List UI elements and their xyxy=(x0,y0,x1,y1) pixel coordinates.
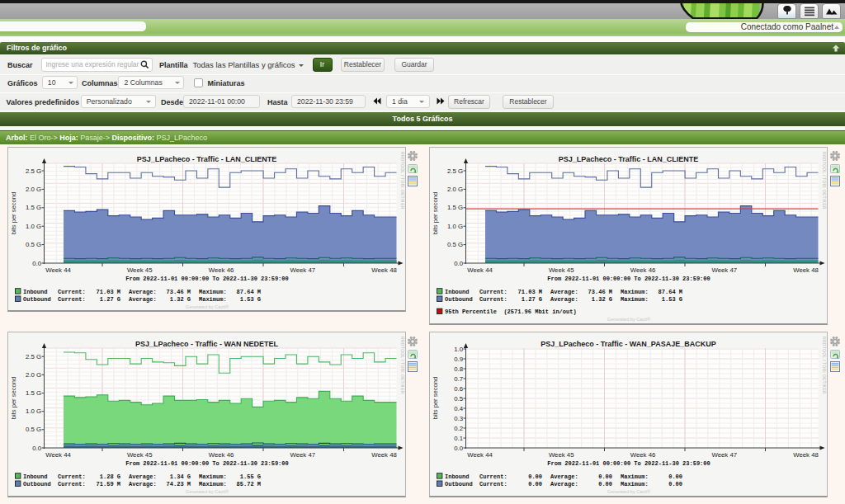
svg-text:0.00: 0.00 xyxy=(668,481,682,488)
svg-text:RRDTOOL / TOBI OETIKER: RRDTOOL / TOBI OETIKER xyxy=(400,337,405,394)
svg-text:Maximum:: Maximum: xyxy=(621,289,649,295)
svg-text:0.0: 0.0 xyxy=(454,260,464,267)
svg-text:Inbound: Inbound xyxy=(445,289,469,295)
svg-text:0.4: 0.4 xyxy=(454,405,464,412)
svg-text:0.5: 0.5 xyxy=(454,395,464,403)
svg-text:Current:: Current: xyxy=(58,481,86,488)
svg-text:0.0: 0.0 xyxy=(32,260,42,267)
svg-text:Average:: Average: xyxy=(129,473,157,480)
svg-text:87.64 M: 87.64 M xyxy=(659,289,682,295)
svg-text:1.27 G: 1.27 G xyxy=(522,296,542,303)
svg-text:bits per second: bits per second xyxy=(10,192,17,235)
svg-text:Maximum:: Maximum: xyxy=(199,289,227,295)
svg-text:0.3: 0.3 xyxy=(454,415,463,422)
svg-text:Week 46: Week 46 xyxy=(630,266,656,274)
svg-text:Average:: Average: xyxy=(550,289,578,295)
svg-text:0.8: 0.8 xyxy=(454,365,463,373)
svg-text:1.55 G: 1.55 G xyxy=(240,473,261,480)
svg-text:2.5 G: 2.5 G xyxy=(26,167,41,175)
svg-text:1.0 G: 1.0 G xyxy=(447,223,463,230)
svg-text:71.59 M: 71.59 M xyxy=(97,481,120,488)
svg-text:0.0: 0.0 xyxy=(32,445,42,452)
svg-text:95th Percentile (2571.96 Mbit: 95th Percentile (2571.96 Mbit in/out) xyxy=(445,309,577,315)
svg-text:Week 45: Week 45 xyxy=(127,451,153,459)
svg-text:Week 46: Week 46 xyxy=(630,451,656,459)
svg-text:RRDTOOL / TOBI OETIKER: RRDTOOL / TOBI OETIKER xyxy=(822,337,827,394)
svg-text:Week 47: Week 47 xyxy=(290,266,315,274)
svg-text:0.0: 0.0 xyxy=(454,445,464,452)
svg-text:Outbound: Outbound xyxy=(23,296,51,303)
svg-text:Week 48: Week 48 xyxy=(371,266,397,274)
svg-text:1.0 G: 1.0 G xyxy=(26,407,41,415)
svg-text:Maximum:: Maximum: xyxy=(199,481,227,488)
svg-text:Current:: Current: xyxy=(479,473,507,480)
svg-text:1.5 G: 1.5 G xyxy=(26,389,41,397)
svg-text:2.0 G: 2.0 G xyxy=(26,371,41,379)
svg-text:74.23 M: 74.23 M xyxy=(167,481,191,488)
svg-text:From 2022-11-01 00:00:00 To 20: From 2022-11-01 00:00:00 To 2022-11-30 2… xyxy=(547,460,710,467)
svg-text:Maximum:: Maximum: xyxy=(621,481,649,488)
svg-text:Average:: Average: xyxy=(129,481,157,488)
svg-text:Inbound: Inbound xyxy=(445,473,469,480)
svg-text:Outbound: Outbound xyxy=(445,296,473,303)
svg-text:Maximum:: Maximum: xyxy=(621,473,649,480)
svg-text:Week 44: Week 44 xyxy=(467,451,493,459)
svg-text:2.0 G: 2.0 G xyxy=(26,186,41,193)
svg-text:From 2022-11-01 00:00:00 To 20: From 2022-11-01 00:00:00 To 2022-11-30 2… xyxy=(125,460,288,467)
svg-text:Maximum:: Maximum: xyxy=(199,296,227,303)
svg-text:Week 45: Week 45 xyxy=(127,266,153,274)
svg-text:bits per second: bits per second xyxy=(432,377,439,420)
svg-text:Average:: Average: xyxy=(550,296,578,303)
svg-text:1.5 G: 1.5 G xyxy=(447,204,463,211)
svg-text:0.00: 0.00 xyxy=(528,473,542,480)
svg-text:Week 45: Week 45 xyxy=(549,451,574,459)
svg-text:Average:: Average: xyxy=(129,296,157,303)
svg-text:0.9: 0.9 xyxy=(454,356,463,363)
svg-text:0.00: 0.00 xyxy=(528,481,542,488)
svg-text:0.5 G: 0.5 G xyxy=(447,241,463,248)
svg-text:Generated by Cacti®: Generated by Cacti® xyxy=(186,489,229,494)
svg-text:0.2: 0.2 xyxy=(454,425,463,432)
svg-text:Average:: Average: xyxy=(550,481,578,488)
svg-text:RRDTOOL / TOBI OETIKER: RRDTOOL / TOBI OETIKER xyxy=(400,152,405,210)
svg-text:1.53 G: 1.53 G xyxy=(662,296,682,303)
svg-text:1.0: 1.0 xyxy=(454,346,464,353)
svg-text:Week 47: Week 47 xyxy=(290,451,315,459)
svg-text:PSJ_LPacheco - Traffic - LAN_C: PSJ_LPacheco - Traffic - LAN_CLIENTE xyxy=(559,155,699,163)
svg-text:Generated by Cacti®: Generated by Cacti® xyxy=(607,317,651,322)
svg-text:1.53 G: 1.53 G xyxy=(240,296,261,303)
svg-text:0.6: 0.6 xyxy=(454,385,463,393)
svg-text:Week 45: Week 45 xyxy=(549,266,574,274)
svg-text:0.5 G: 0.5 G xyxy=(26,241,41,248)
svg-text:Inbound: Inbound xyxy=(23,473,47,480)
svg-text:87.64 M: 87.64 M xyxy=(237,289,261,295)
svg-text:Current:: Current: xyxy=(479,481,507,488)
svg-text:Week 44: Week 44 xyxy=(467,266,493,274)
svg-text:Current:: Current: xyxy=(479,289,507,295)
svg-text:PSJ_LPacheco - Traffic - WAN_P: PSJ_LPacheco - Traffic - WAN_PASAJE_BACK… xyxy=(541,340,715,348)
svg-text:Week 46: Week 46 xyxy=(209,451,234,459)
svg-text:0.00: 0.00 xyxy=(668,473,682,480)
svg-text:PSJ_LPacheco - Traffic - LAN_C: PSJ_LPacheco - Traffic - LAN_CLIENTE xyxy=(137,155,277,163)
svg-text:2.0 G: 2.0 G xyxy=(447,186,463,193)
svg-text:Week 47: Week 47 xyxy=(711,266,737,274)
svg-text:Average:: Average: xyxy=(550,473,578,480)
svg-text:Current:: Current: xyxy=(58,296,86,303)
svg-text:0.00: 0.00 xyxy=(598,473,612,480)
svg-text:Current:: Current: xyxy=(58,473,86,480)
svg-text:1.27 G: 1.27 G xyxy=(100,296,120,303)
svg-text:Week 46: Week 46 xyxy=(209,266,234,274)
svg-text:1.5 G: 1.5 G xyxy=(26,204,41,211)
svg-text:bits per second: bits per second xyxy=(10,377,17,420)
svg-text:2.5 G: 2.5 G xyxy=(447,167,463,175)
svg-text:PSJ_LPacheco - Traffic - WAN N: PSJ_LPacheco - Traffic - WAN NEDETEL xyxy=(135,340,279,348)
svg-text:1.34 G: 1.34 G xyxy=(170,473,191,480)
svg-text:Week 48: Week 48 xyxy=(793,266,819,274)
svg-text:Outbound: Outbound xyxy=(23,481,51,488)
svg-text:Week 44: Week 44 xyxy=(45,451,71,459)
svg-text:2.5 G: 2.5 G xyxy=(26,353,41,360)
svg-text:Outbound: Outbound xyxy=(445,481,473,488)
svg-text:Average:: Average: xyxy=(129,289,157,295)
svg-text:73.46 M: 73.46 M xyxy=(167,289,191,295)
svg-text:Current:: Current: xyxy=(479,296,507,303)
